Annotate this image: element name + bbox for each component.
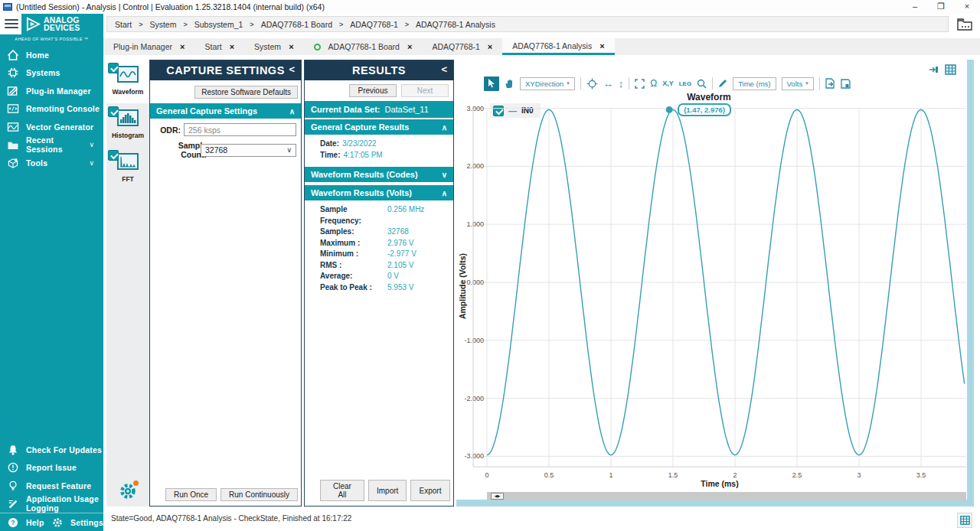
- time-value: 4:17:05 PM: [344, 150, 383, 161]
- tab-plugin-manager[interactable]: Plug-in Manager×: [103, 38, 194, 55]
- minimize-button[interactable]: –: [902, 0, 928, 14]
- app-icon: [3, 3, 12, 11]
- remoting-console-icon: [7, 103, 19, 114]
- breadcrumb-item[interactable]: ADAQ7768-1 Analysis: [416, 20, 495, 29]
- sidebar-item-settings[interactable]: Settings: [44, 513, 103, 531]
- sidebar-item-check-for-updates[interactable]: Check For Updates: [0, 441, 103, 459]
- grid-status-icon[interactable]: [957, 513, 972, 528]
- tab-close-icon[interactable]: ×: [180, 42, 185, 51]
- sidebar-item-request-feature[interactable]: Request Feature: [0, 477, 103, 495]
- capture-settings-header: CAPTURE SETTINGS <: [150, 60, 301, 80]
- status-text: State=Good, ADAQ7768-1 Analysis - CheckS…: [111, 514, 351, 523]
- svg-text:3.000: 3.000: [466, 105, 484, 112]
- time-label: Time:: [320, 150, 341, 161]
- previous-button[interactable]: Previous: [349, 84, 397, 97]
- sidebar-item-application-usage-logging[interactable]: Application Usage Logging: [0, 495, 103, 513]
- svg-text:1.5: 1.5: [668, 471, 678, 479]
- sample-count-select[interactable]: 32768 ∨: [201, 144, 296, 157]
- tab-start[interactable]: Start×: [194, 38, 244, 55]
- sidebar-item-home[interactable]: Home: [0, 46, 103, 64]
- sidebar-item-help[interactable]: ? Help: [0, 513, 44, 531]
- tab-close-icon[interactable]: ×: [488, 42, 492, 51]
- sidebar-item-remoting-console[interactable]: Remoting Console: [0, 100, 103, 119]
- export-button[interactable]: Export: [410, 480, 450, 501]
- current-data-set-value: DataSet_11: [384, 105, 428, 114]
- tab-close-icon[interactable]: ×: [230, 42, 234, 51]
- rail-item-fft[interactable]: FFT: [106, 147, 149, 191]
- waveform-checkbox[interactable]: [108, 63, 119, 73]
- scrollbar-range-widget[interactable]: ◀▶: [491, 493, 504, 500]
- waveform-plot[interactable]: 3.0002.0001.0000.000-1.000-2.000-3.00000…: [456, 60, 967, 500]
- clear-all-button[interactable]: Clear All: [320, 480, 364, 501]
- sidebar-item-systems[interactable]: Systems: [0, 64, 103, 83]
- status-bar: State=Good, ADAQ7768-1 Analysis - CheckS…: [103, 507, 980, 531]
- date-label: Date:: [320, 138, 339, 150]
- close-button[interactable]: ×: [954, 0, 980, 14]
- chevron-down-icon: ∨: [89, 159, 94, 167]
- breadcrumb-separator: >: [139, 21, 142, 28]
- fft-icon: [117, 153, 139, 170]
- breadcrumb-item[interactable]: Start: [115, 20, 132, 29]
- tab-adaq7768[interactable]: ADAQ7768-1×: [422, 38, 502, 55]
- analysis-settings-gear[interactable]: [119, 482, 137, 500]
- systems-icon: [7, 67, 19, 78]
- general-capture-settings-bar[interactable]: General Capture Settings ∧: [150, 103, 301, 119]
- brand-tagline: AHEAD OF WHAT'S POSSIBLE ™: [0, 34, 103, 46]
- run-once-button[interactable]: Run Once: [165, 488, 217, 501]
- result-row: Minimum :-2.977 V: [320, 249, 453, 260]
- tab-adaq7768-board[interactable]: ADAQ7768-1 Board×: [304, 38, 423, 55]
- brand-line2: DEVICES: [44, 24, 80, 32]
- chevron-down-icon: ∨: [89, 141, 94, 148]
- breadcrumb-item[interactable]: ADAQ7768-1: [350, 20, 397, 29]
- waveform-results-volts-bar[interactable]: Waveform Results (Volts) ∧: [305, 185, 453, 200]
- date-value: 3/23/2022: [342, 138, 377, 150]
- open-session-folder-icon[interactable]: [956, 15, 974, 32]
- sidebar-item-vector-generator[interactable]: Vector Generator: [0, 118, 103, 136]
- breadcrumb-separator: >: [183, 21, 187, 28]
- general-capture-results-bar[interactable]: General Capture Results ∧: [305, 119, 453, 135]
- collapse-panel-icon[interactable]: <: [289, 64, 295, 75]
- rail-item-waveform[interactable]: Waveform: [106, 60, 149, 103]
- import-button[interactable]: Import: [368, 480, 407, 501]
- svg-text:3.5: 3.5: [916, 471, 926, 479]
- tab-close-icon[interactable]: ×: [407, 42, 412, 51]
- grid-icon: [960, 516, 970, 525]
- result-row: RMS :2.105 V: [320, 260, 453, 272]
- logging-icon: [7, 498, 19, 509]
- sidebar-item-recent-sessions[interactable]: Recent Sessions ∨: [0, 136, 103, 155]
- svg-text:-2.000: -2.000: [464, 395, 484, 402]
- chevron-down-icon: ∨: [442, 171, 447, 179]
- histogram-checkbox[interactable]: [108, 106, 119, 117]
- rail-item-histogram[interactable]: Histogram: [106, 103, 149, 147]
- exclamation-circle-icon: [7, 462, 19, 473]
- horizontal-scrollbar[interactable]: ◀▶: [487, 492, 966, 500]
- breadcrumb-item[interactable]: Subsystem_1: [194, 20, 243, 29]
- result-row: Sample Frequency:0.256 MHz: [320, 204, 453, 226]
- run-continuously-button[interactable]: Run Continuously: [220, 488, 298, 501]
- svg-text:-1.000: -1.000: [464, 337, 484, 344]
- svg-text:3: 3: [857, 471, 861, 479]
- next-button[interactable]: Next: [401, 84, 449, 97]
- collapse-panel-icon[interactable]: <: [441, 64, 447, 75]
- breadcrumb-item[interactable]: ADAQ7768-1 Board: [261, 20, 332, 29]
- tab-adaq7768-analysis[interactable]: ADAQ7768-1 Analysis×: [502, 38, 614, 55]
- svg-text:2.5: 2.5: [792, 471, 802, 479]
- sidebar-item-plugin-manager[interactable]: Plug-in Manager: [0, 82, 103, 100]
- menu-hamburger-icon[interactable]: [5, 17, 21, 31]
- restore-software-defaults-button[interactable]: Restore Software Defaults: [194, 86, 298, 99]
- sidebar: AHEAD OF WHAT'S POSSIBLE ™ Home Systems …: [0, 34, 103, 531]
- waveform-results-codes-bar[interactable]: Waveform Results (Codes) ∨: [305, 167, 453, 182]
- tab-system[interactable]: System×: [244, 38, 303, 55]
- sidebar-item-report-issue[interactable]: Report Issue: [0, 459, 103, 477]
- capture-settings-panel: CAPTURE SETTINGS < Restore Software Defa…: [149, 60, 302, 507]
- home-icon: [7, 50, 19, 60]
- tab-close-icon[interactable]: ×: [599, 41, 604, 50]
- sidebar-item-tools[interactable]: Tools ∨: [0, 154, 103, 172]
- fft-checkbox[interactable]: [108, 150, 119, 161]
- tab-close-icon[interactable]: ×: [289, 42, 293, 51]
- chevron-up-icon: ∧: [289, 107, 295, 116]
- odr-input[interactable]: [184, 123, 296, 136]
- breadcrumb-item[interactable]: System: [149, 20, 176, 29]
- breadcrumb-separator: >: [339, 21, 343, 28]
- restore-button[interactable]: ❐: [928, 0, 954, 14]
